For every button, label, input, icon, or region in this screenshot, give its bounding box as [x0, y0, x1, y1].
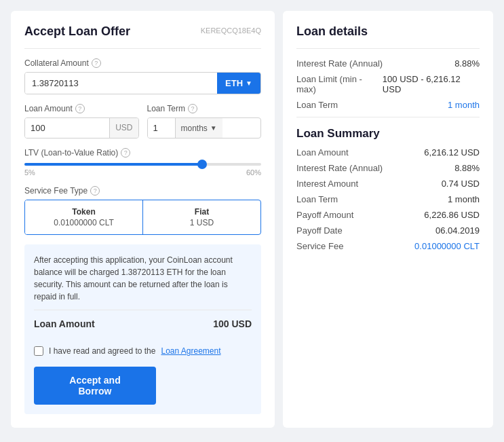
page-title: Accept Loan Offer: [24, 24, 130, 39]
loan-details-title: Loan details: [296, 24, 368, 39]
summary-row: Payoff Amount6,226.86 USD: [296, 210, 480, 220]
loan-term-input[interactable]: [148, 118, 175, 138]
summary-item-label: Interest Rate (Annual): [296, 163, 383, 173]
agreement-text: I have read and agreed to the: [49, 345, 155, 357]
loan-amount-group: Loan Amount ? USD: [24, 104, 139, 139]
ltv-help-icon[interactable]: ?: [121, 148, 130, 158]
loan-term-input-group: months ▼: [147, 117, 262, 139]
loan-term-details-row: Loan Term 1 month: [296, 100, 480, 110]
summary-item-value: 1 month: [448, 194, 480, 204]
loan-term-unit[interactable]: months ▼: [175, 118, 222, 138]
ltv-min: 5%: [24, 168, 35, 177]
fee-token-value: 0.01000000 CLT: [32, 218, 136, 227]
summary-item-value: 0.74 USD: [442, 179, 480, 189]
loan-summary-title: Loan Summary: [296, 127, 480, 141]
interest-rate-row: Interest Rate (Annual) 8.88%: [296, 58, 480, 69]
loan-term-label: Loan Term ?: [147, 104, 262, 113]
fee-options-group: Token 0.01000000 CLT Fiat 1 USD: [24, 200, 261, 235]
agreement-checkbox[interactable]: [34, 346, 43, 356]
summary-row: Payoff Date06.04.2019: [296, 225, 480, 236]
collateral-input[interactable]: [25, 73, 217, 94]
loan-amount-currency: USD: [109, 118, 138, 138]
summary-row: Service Fee0.01000000 CLT: [296, 241, 480, 251]
ltv-track: [24, 163, 261, 166]
loan-term-group: Loan Term ? months ▼: [147, 104, 262, 139]
summary-row: Loan Amount6,216.12 USD: [296, 147, 480, 158]
interest-rate-value: 8.88%: [454, 58, 480, 69]
summary-item-label: Loan Term: [296, 194, 338, 204]
loan-amount-input-group: USD: [24, 117, 139, 139]
right-title-row: Loan details: [296, 24, 480, 49]
ltv-label: LTV (Loan-to-Value Ratio) ?: [24, 148, 261, 158]
summary-row: Interest Amount0.74 USD: [296, 179, 480, 189]
loan-limit-row: Loan Limit (min - max) 100 USD - 6,216.1…: [296, 74, 480, 94]
collateral-label: Collateral Amount ?: [24, 58, 261, 68]
summary-item-label: Service Fee: [296, 241, 343, 251]
summary-item-label: Interest Amount: [296, 179, 358, 189]
loan-limit-label: Loan Limit (min - max): [296, 74, 383, 94]
amount-term-row: Loan Amount ? USD Loan Term ? months: [24, 104, 261, 139]
service-fee-section: Service Fee Type ? Token 0.01000000 CLT …: [24, 186, 261, 235]
ltv-max: 60%: [246, 168, 261, 177]
collateral-input-group: ETH ▼: [24, 72, 261, 94]
currency-chevron-icon: ▼: [246, 79, 252, 87]
ltv-fill: [24, 163, 202, 166]
divider: [296, 117, 480, 117]
accept-borrow-button[interactable]: Accept and Borrow: [34, 367, 156, 405]
ltv-thumb[interactable]: [197, 160, 207, 169]
agreement-link[interactable]: Loan Agreement: [161, 345, 220, 357]
fee-fiat-value: 1 USD: [150, 218, 254, 227]
service-fee-help-icon[interactable]: ?: [90, 186, 100, 196]
offer-id: KEREQCQ18E4Q: [201, 26, 261, 35]
ltv-slider[interactable]: [24, 163, 261, 166]
summary-item-value: 0.01000000 CLT: [414, 241, 480, 251]
summary-item-value: 6,216.12 USD: [424, 147, 480, 158]
ltv-range-labels: 5% 60%: [24, 168, 261, 177]
loan-limit-value: 100 USD - 6,216.12 USD: [383, 74, 480, 94]
summary-value: 100 USD: [213, 317, 252, 331]
summary-item-label: Payoff Amount: [296, 210, 353, 220]
left-panel: Accept Loan Offer KEREQCQ18E4Q Collatera…: [11, 11, 275, 428]
service-fee-label: Service Fee Type ?: [24, 186, 261, 196]
summary-label: Loan Amount: [34, 317, 95, 331]
main-container: Accept Loan Offer KEREQCQ18E4Q Collatera…: [11, 11, 493, 428]
loan-term-help-icon[interactable]: ?: [188, 104, 197, 113]
agreement-row: I have read and agreed to the Loan Agree…: [34, 345, 252, 357]
loan-term-details-label: Loan Term: [296, 100, 338, 110]
loan-amount-summary: Loan Amount 100 USD: [34, 310, 252, 338]
interest-rate-label: Interest Rate (Annual): [296, 58, 383, 69]
collateral-help-icon[interactable]: ?: [92, 58, 101, 68]
summary-row: Loan Term1 month: [296, 194, 480, 204]
ltv-section: LTV (Loan-to-Value Ratio) ? 5% 60%: [24, 148, 261, 177]
right-panel: Loan details Interest Rate (Annual) 8.88…: [283, 11, 493, 428]
summary-row: Interest Rate (Annual)8.88%: [296, 163, 480, 173]
fee-option-fiat[interactable]: Fiat 1 USD: [143, 200, 260, 234]
info-text: After accepting this application, your C…: [34, 254, 252, 303]
summary-item-label: Payoff Date: [296, 225, 343, 236]
fee-fiat-title: Fiat: [150, 207, 254, 217]
loan-term-details-value: 1 month: [448, 100, 480, 110]
title-row: Accept Loan Offer KEREQCQ18E4Q: [24, 24, 261, 49]
summary-item-value: 06.04.2019: [435, 225, 480, 236]
loan-amount-label: Loan Amount ?: [24, 104, 139, 113]
summary-item-value: 6,226.86 USD: [424, 210, 480, 220]
fee-token-title: Token: [32, 207, 136, 217]
summary-item-label: Loan Amount: [296, 147, 349, 158]
collateral-currency-btn[interactable]: ETH ▼: [217, 73, 260, 94]
loan-amount-input[interactable]: [25, 118, 109, 138]
summary-section: Loan Amount6,216.12 USDInterest Rate (An…: [296, 147, 480, 251]
term-chevron-icon: ▼: [210, 124, 217, 132]
info-box: After accepting this application, your C…: [24, 244, 261, 414]
summary-item-value: 8.88%: [454, 163, 480, 173]
loan-amount-help-icon[interactable]: ?: [75, 104, 85, 113]
fee-option-token[interactable]: Token 0.01000000 CLT: [25, 200, 143, 234]
